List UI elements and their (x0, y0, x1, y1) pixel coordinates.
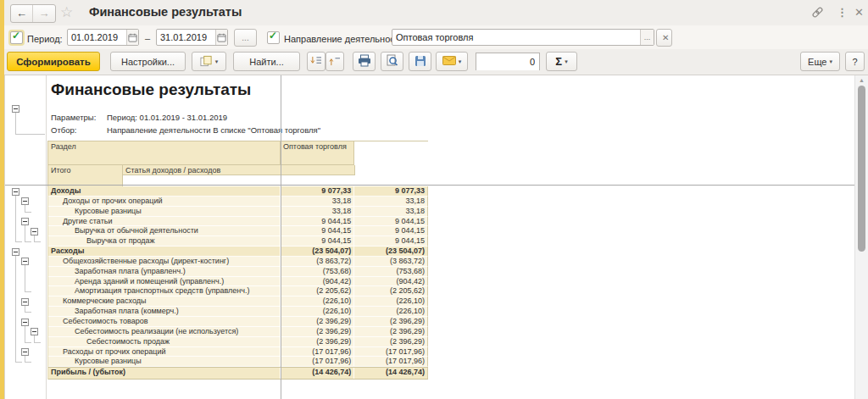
scrollbar-thumb[interactable] (858, 86, 865, 252)
collapse-groups-icon (329, 56, 341, 68)
sigma-icon: Σ (555, 55, 562, 68)
direction-checkbox[interactable]: ✓ (267, 31, 280, 44)
direction-clear-button[interactable]: ✕ (656, 29, 672, 47)
row-total: (17 017,96) (353, 347, 428, 357)
row-label: Коммерческие расходы (48, 296, 280, 307)
expand-groups-button[interactable] (307, 52, 326, 71)
collapse-group-box[interactable] (21, 218, 29, 225)
table-row[interactable]: Расходы от прочих операций(17 017,96)(17… (48, 347, 428, 357)
table-row[interactable]: Выручка от продаж9 044,159 044,15 (48, 236, 428, 247)
direction-label: Направление деятельности: (284, 34, 407, 44)
collapse-group-box[interactable] (21, 348, 29, 356)
table-row[interactable]: Аренда зданий и помещений (управленч.)(9… (48, 277, 428, 287)
header-section[interactable]: Раздел (48, 141, 281, 165)
collapse-group-box[interactable] (31, 328, 38, 335)
sum-indicator-input[interactable] (476, 54, 539, 70)
table-row[interactable]: Общехозяйственные расходы (директ-костин… (48, 257, 428, 267)
period-from-input[interactable] (68, 30, 126, 45)
save-button[interactable] (409, 52, 431, 71)
report-variants-icon (200, 55, 213, 69)
row-value: (2 396,29) (280, 327, 353, 337)
nav-button-group: ← → (10, 4, 56, 23)
collapse-group-box[interactable] (12, 248, 19, 256)
vertical-scrollbar[interactable]: ▲ (854, 75, 868, 399)
group-line (25, 356, 25, 362)
print-button[interactable] (353, 52, 376, 71)
collapse-group-box[interactable] (21, 197, 29, 205)
direction-choose-button[interactable]: ... (640, 30, 654, 45)
close-icon[interactable]: ✕ (854, 6, 864, 19)
calendar-icon[interactable] (126, 30, 138, 45)
favorite-star-icon[interactable]: ☆ (60, 3, 73, 21)
collapse-group-box[interactable] (12, 188, 19, 196)
row-value: (226,10) (280, 296, 353, 307)
table-row[interactable]: Себестоимость реализации (не используетс… (48, 327, 428, 337)
table-row[interactable]: Курсовые разницы33,1833,18 (48, 207, 428, 217)
table-row[interactable]: Коммерческие расходы(226,10)(226,10) (48, 296, 428, 307)
header-direction-column[interactable]: Оптовая торговля (281, 141, 354, 165)
group-line (34, 236, 35, 241)
row-label: Курсовые разницы (48, 207, 280, 217)
row-label: Расходы (48, 247, 280, 257)
title-bar: ← → ☆ Финансовые результаты ⋮ ✕ (4, 0, 868, 25)
collapse-group-box[interactable] (21, 319, 29, 326)
table-row[interactable]: Доходы9 077,339 077,33 (48, 186, 428, 197)
collapse-group-box[interactable] (31, 228, 38, 236)
calendar-icon[interactable] (215, 30, 227, 45)
sum-indicator-field (476, 53, 540, 70)
help-button[interactable]: ? (845, 52, 865, 71)
group-line (15, 256, 16, 363)
scroll-up-arrow-icon[interactable]: ▲ (855, 77, 868, 83)
row-value: 33,18 (280, 207, 353, 217)
autosum-button[interactable]: Σ ▾ (546, 52, 577, 71)
table-row[interactable]: Заработная плата (управленч.)(753,68)(75… (48, 267, 428, 277)
row-total: (14 426,74) (353, 368, 428, 379)
print-preview-icon (386, 54, 398, 69)
row-total: (2 205,62) (353, 286, 428, 296)
frozen-column-split-line (281, 75, 281, 399)
forward-button[interactable]: → (33, 5, 55, 22)
find-button[interactable]: Найти... (233, 52, 300, 71)
table-row[interactable]: Доходы от прочих операций33,1833,18 (48, 197, 428, 207)
report-window: ← → ☆ Финансовые результаты ⋮ ✕ ✓ Период… (0, 0, 868, 399)
report-title: Финансовые результаты (51, 80, 251, 99)
table-row[interactable]: Себестоимость товаров(2 396,29)(2 396,29… (48, 317, 428, 327)
direction-input[interactable] (392, 30, 640, 45)
row-label: Доходы (48, 186, 280, 197)
table-row[interactable]: Выручка от обычной деятельности9 044,159… (48, 226, 428, 236)
expand-groups-icon (310, 56, 322, 68)
table-row[interactable]: Заработная плата (коммерч.)(226,10)(226,… (48, 307, 428, 317)
group-line (34, 335, 35, 341)
settings-button[interactable]: Настройки... (110, 52, 186, 71)
header-article[interactable]: Статья доходов / расходов (123, 165, 355, 175)
collapse-header-group-box[interactable] (12, 105, 19, 113)
check-icon: ✓ (12, 30, 20, 42)
chevron-down-icon: ▾ (829, 58, 832, 65)
back-button[interactable]: ← (11, 5, 33, 22)
group-line (25, 342, 31, 343)
row-label: Себестоимость продаж (48, 337, 280, 347)
report-variants-button[interactable]: ▾ (192, 52, 226, 71)
print-preview-button[interactable] (381, 52, 403, 71)
table-row[interactable]: Расходы(23 504,07)(23 504,07) (48, 247, 428, 257)
row-total: (226,10) (353, 307, 428, 317)
period-checkbox[interactable]: ✓ (10, 31, 23, 44)
more-actions-button[interactable]: Еще ▾ (800, 52, 840, 71)
period-variant-button[interactable]: ... (234, 29, 257, 47)
more-menu-icon[interactable]: ⋮ (837, 6, 848, 19)
row-total: (23 504,07) (353, 247, 428, 257)
send-email-button[interactable]: ▾ (436, 52, 468, 71)
collapse-groups-button[interactable] (326, 52, 344, 71)
collapse-group-box[interactable] (21, 258, 29, 265)
table-row[interactable]: Амортизация транспортных средств (управл… (48, 286, 428, 296)
period-to-input[interactable] (157, 30, 215, 45)
generate-button[interactable]: Сформировать (7, 52, 100, 71)
report-view: Финансовые результаты Параметры: Период:… (4, 75, 868, 399)
table-row[interactable]: Себестоимость продаж(2 396,29)(2 396,29) (48, 337, 428, 347)
link-icon[interactable] (811, 6, 824, 21)
table-row[interactable]: Прибыль / (убыток)(14 426,74)(14 426,74) (48, 367, 428, 380)
table-row[interactable]: Курсовые разницы(17 017,96)(17 017,96) (48, 357, 428, 367)
table-row[interactable]: Другие статьи9 044,159 044,15 (48, 217, 428, 227)
save-icon (415, 55, 426, 69)
collapse-group-box[interactable] (21, 298, 29, 306)
